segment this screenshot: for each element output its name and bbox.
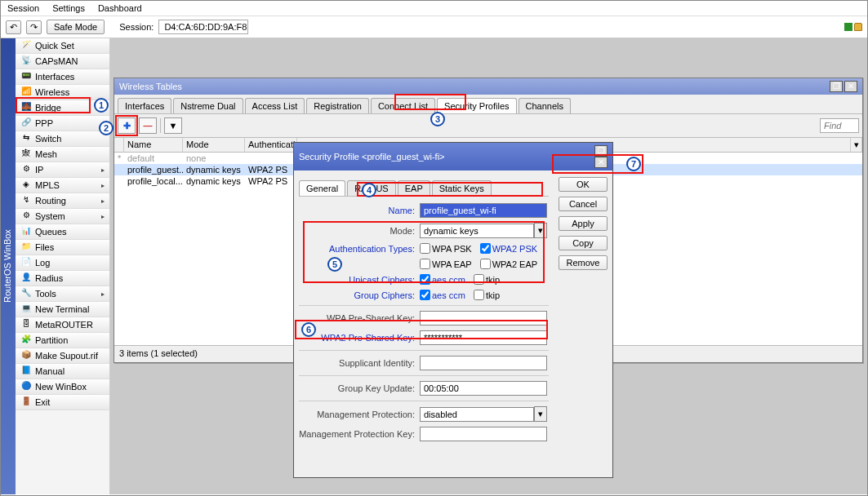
mp-select[interactable]: disabled xyxy=(420,407,534,422)
sidebar-item-queues[interactable]: 📊Queues xyxy=(16,224,109,240)
window-restore-button[interactable]: ❐ xyxy=(830,81,843,92)
wpa-key-input[interactable] xyxy=(420,311,547,326)
sidebar-item-partition[interactable]: 🧩Partition xyxy=(16,333,109,348)
sidebar-icon: ⚙ xyxy=(20,210,32,222)
dialog-titlebar[interactable]: Security Profile <profile_guest_wi-fi> ❐… xyxy=(294,143,612,170)
chevron-right-icon: ▸ xyxy=(101,290,105,298)
toolbar: ↶ ↷ Safe Mode Session: D4:CA:6D:DD:9A:F8 xyxy=(1,16,867,38)
wpa2-key-input[interactable] xyxy=(420,330,547,345)
dlg-tab-general[interactable]: General xyxy=(299,180,345,196)
window-titlebar[interactable]: Wireless Tables ❐ ✕ xyxy=(114,78,862,95)
sidebar-icon: 🪄 xyxy=(20,40,32,51)
col-name[interactable]: Name xyxy=(124,138,183,152)
mp-dropdown-icon[interactable]: ▾ xyxy=(534,406,547,422)
add-button[interactable]: ✚ xyxy=(118,117,136,134)
sidebar-item-tools[interactable]: 🔧Tools▸ xyxy=(16,286,109,302)
remove-button[interactable]: — xyxy=(139,117,157,134)
uc-tkip-checkbox[interactable]: tkip xyxy=(474,274,500,285)
sidebar-item-manual[interactable]: 📘Manual xyxy=(16,364,109,379)
sidebar-item-ip[interactable]: ⚙IP▸ xyxy=(16,162,109,178)
sidebar-item-new-terminal[interactable]: 💻New Terminal xyxy=(16,302,109,317)
col-auth[interactable]: Authenticati... xyxy=(245,138,297,152)
name-input[interactable] xyxy=(420,203,547,218)
sidebar-icon: ◈ xyxy=(20,179,32,191)
window-close-button[interactable]: ✕ xyxy=(844,81,857,92)
sidebar-item-files[interactable]: 📁Files xyxy=(16,240,109,255)
tab-security-profiles[interactable]: Security Profiles xyxy=(437,98,516,113)
tab-interfaces[interactable]: Interfaces xyxy=(118,98,171,113)
wpa-psk-checkbox[interactable]: WPA PSK xyxy=(420,243,472,254)
sidebar-item-quick-set[interactable]: 🪄Quick Set xyxy=(16,38,109,54)
sidebar-item-metarouter[interactable]: 🗄MetaROUTER xyxy=(16,317,109,333)
sidebar-item-mesh[interactable]: 🕸Mesh xyxy=(16,147,109,162)
undo-button[interactable]: ↶ xyxy=(6,20,21,34)
sidebar-item-exit[interactable]: 🚪Exit xyxy=(16,395,109,410)
sidebar-item-label: Files xyxy=(35,242,54,252)
wpa2-eap-checkbox[interactable]: WPA2 EAP xyxy=(480,259,537,269)
tab-nstreme-dual[interactable]: Nstreme Dual xyxy=(173,98,243,113)
sidebar-item-capsman[interactable]: 📡CAPsMAN xyxy=(16,54,109,69)
sidebar-item-radius[interactable]: 👤Radius xyxy=(16,271,109,286)
sidebar-item-routing[interactable]: ↯Routing▸ xyxy=(16,193,109,209)
sidebar-icon: ⚙ xyxy=(20,164,32,175)
sidebar-item-label: Log xyxy=(35,258,50,268)
workspace: Wireless Tables ❐ ✕ InterfacesNstreme Du… xyxy=(110,38,867,494)
tab-channels[interactable]: Channels xyxy=(519,98,571,113)
sidebar-item-label: Interfaces xyxy=(35,72,74,82)
copy-button[interactable]: Copy xyxy=(559,236,608,250)
col-menu[interactable]: ▾ xyxy=(851,138,862,152)
gku-input[interactable] xyxy=(420,381,547,396)
uc-aes-checkbox[interactable]: aes ccm xyxy=(420,274,465,285)
sidebar-item-switch[interactable]: ⇆Switch xyxy=(16,131,109,147)
cancel-button[interactable]: Cancel xyxy=(559,197,608,211)
col-mode[interactable]: Mode xyxy=(183,138,245,152)
status-icons xyxy=(844,23,862,31)
remove-button[interactable]: Remove xyxy=(559,255,608,270)
dialog-title: Security Profile <profile_guest_wi-fi> xyxy=(299,152,445,162)
sidebar-item-make-supout.rif[interactable]: 📦Make Supout.rif xyxy=(16,348,109,364)
sidebar-icon: 📡 xyxy=(20,55,32,67)
sidebar-item-bridge[interactable]: 🌉Bridge xyxy=(16,100,109,116)
gc-aes-checkbox[interactable]: aes ccm xyxy=(420,290,465,300)
sidebar-item-wireless[interactable]: 📶Wireless xyxy=(16,85,109,100)
dlg-tab-static-keys[interactable]: Static Keys xyxy=(432,180,492,196)
mp-label: Management Protection: xyxy=(299,410,420,419)
ok-button[interactable]: OK xyxy=(559,177,608,192)
menu-settings[interactable]: Settings xyxy=(52,3,85,13)
sidebar-item-system[interactable]: ⚙System▸ xyxy=(16,209,109,224)
tab-access-list[interactable]: Access List xyxy=(245,98,305,113)
sidebar-item-log[interactable]: 📄Log xyxy=(16,255,109,271)
menu-dashboard[interactable]: Dashboard xyxy=(98,3,142,13)
sidebar-item-label: Tools xyxy=(35,289,56,299)
sidebar-item-mpls[interactable]: ◈MPLS▸ xyxy=(16,178,109,193)
dialog-restore-button[interactable]: ❐ xyxy=(594,145,608,157)
sidebar-item-label: Mesh xyxy=(35,149,57,159)
tab-registration[interactable]: Registration xyxy=(306,98,369,113)
gc-tkip-checkbox[interactable]: tkip xyxy=(474,290,500,300)
sidebar-item-label: Radius xyxy=(35,273,63,283)
wpa2-psk-checkbox[interactable]: WPA2 PSK xyxy=(480,243,537,254)
dialog-close-button[interactable]: ✕ xyxy=(594,157,608,168)
wpa-eap-checkbox[interactable]: WPA EAP xyxy=(420,259,472,269)
dlg-tab-eap[interactable]: EAP xyxy=(398,180,430,196)
mode-select[interactable]: dynamic keys xyxy=(420,224,534,238)
find-input[interactable] xyxy=(820,118,859,133)
dlg-tabs: GeneralRADIUSEAPStatic Keys xyxy=(299,177,549,197)
sidebar-item-ppp[interactable]: 🔗PPP xyxy=(16,116,109,131)
mpk-input[interactable] xyxy=(420,427,547,441)
tab-connect-list[interactable]: Connect List xyxy=(371,98,435,113)
safe-mode-button[interactable]: Safe Mode xyxy=(47,20,105,34)
supplicant-input[interactable] xyxy=(420,356,547,370)
sidebar-item-interfaces[interactable]: 📟Interfaces xyxy=(16,69,109,85)
menu-session[interactable]: Session xyxy=(7,3,39,13)
sidebar-icon: 📁 xyxy=(20,241,32,253)
sidebar-item-new-winbox[interactable]: 🔵New WinBox xyxy=(16,379,109,395)
mpk-label: Management Protection Key: xyxy=(299,429,420,439)
redo-button[interactable]: ↷ xyxy=(26,20,42,34)
connected-icon xyxy=(844,23,852,31)
mode-dropdown-icon[interactable]: ▾ xyxy=(534,223,547,238)
filter-button[interactable]: ▼ xyxy=(164,117,182,134)
apply-button[interactable]: Apply xyxy=(559,216,608,231)
dlg-tab-radius[interactable]: RADIUS xyxy=(347,180,396,196)
sidebar-item-label: PPP xyxy=(35,118,53,128)
